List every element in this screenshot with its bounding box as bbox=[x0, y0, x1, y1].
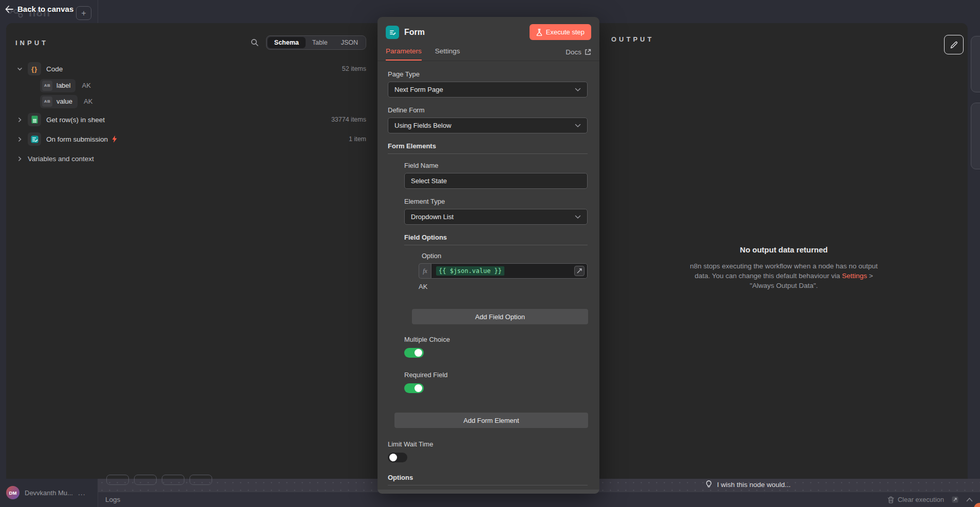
element-type-select[interactable]: Dropdown List bbox=[404, 209, 588, 225]
execute-step-button[interactable]: Execute step bbox=[530, 24, 591, 40]
expand-icon bbox=[577, 268, 582, 274]
docs-label: Docs bbox=[566, 48, 581, 56]
chevron-up-icon[interactable] bbox=[966, 497, 973, 502]
chevron-down-icon bbox=[575, 215, 581, 219]
field-name-value: Select State bbox=[411, 177, 447, 185]
string-type-icon: AB bbox=[42, 96, 52, 107]
lightbulb-icon bbox=[706, 480, 712, 489]
page-type-value: Next Form Page bbox=[394, 86, 443, 93]
limit-wait-time-label: Limit Wait Time bbox=[388, 440, 588, 448]
chevron-right-icon[interactable] bbox=[17, 136, 23, 142]
clear-execution-button[interactable]: Clear execution bbox=[888, 496, 944, 503]
external-link-icon bbox=[585, 49, 591, 55]
arrow-left-icon bbox=[5, 6, 13, 13]
output-panel-title: OUTPUT bbox=[611, 35, 654, 43]
pop-out-icon[interactable] bbox=[951, 496, 959, 503]
item-count: 1 item bbox=[349, 135, 366, 143]
field-key: label bbox=[56, 82, 70, 89]
item-count: 52 items bbox=[342, 65, 366, 72]
tree-node-label: Get row(s) in sheet bbox=[46, 116, 105, 124]
node-feedback-button[interactable]: I wish this node would... bbox=[706, 480, 790, 489]
empty-state-body: n8n stops executing the workflow when a … bbox=[683, 261, 884, 290]
back-to-canvas-button[interactable]: Back to canvas bbox=[5, 5, 73, 13]
logs-bar[interactable]: Logs Clear execution bbox=[98, 492, 980, 507]
input-panel-title: INPUT bbox=[15, 39, 48, 47]
expression-code: {{ $json.value }} bbox=[436, 266, 504, 276]
tree-node-label: Variables and context bbox=[28, 155, 94, 163]
settings-link[interactable]: Settings bbox=[842, 272, 867, 280]
define-form-value: Using Fields Below bbox=[394, 122, 451, 129]
add-field-option-button[interactable]: Add Field Option bbox=[412, 309, 588, 324]
code-node-icon: {} bbox=[28, 62, 41, 75]
pencil-icon bbox=[950, 41, 958, 49]
expression-input[interactable]: {{ $json.value }} bbox=[431, 263, 588, 279]
tab-json[interactable]: JSON bbox=[334, 37, 365, 48]
tree-node-get-rows[interactable]: Get row(s) in sheet 33774 items bbox=[15, 111, 366, 128]
sidebar-divider bbox=[98, 0, 98, 23]
node-title: Form bbox=[404, 28, 425, 37]
docs-link[interactable]: Docs bbox=[566, 48, 591, 61]
clear-execution-label: Clear execution bbox=[898, 496, 944, 503]
canvas-node-partial bbox=[106, 475, 129, 485]
tree-node-label: Code bbox=[46, 65, 63, 73]
tree-field-value[interactable]: AB value AK bbox=[40, 93, 366, 109]
flask-icon bbox=[536, 29, 542, 36]
required-field-toggle[interactable] bbox=[404, 383, 424, 393]
expression-result: AK bbox=[419, 283, 588, 290]
canvas-node-partial bbox=[162, 475, 184, 485]
empty-state-title: No output data returned bbox=[683, 245, 884, 254]
tab-parameters[interactable]: Parameters bbox=[386, 47, 422, 61]
user-menu-ellipsis[interactable]: ... bbox=[78, 489, 86, 497]
element-type-value: Dropdown List bbox=[411, 213, 454, 221]
expand-expression-button[interactable] bbox=[574, 266, 585, 276]
fx-toggle[interactable]: fx bbox=[419, 263, 431, 279]
chevron-down-icon bbox=[575, 88, 581, 92]
multiple-choice-label: Multiple Choice bbox=[404, 336, 588, 343]
user-area[interactable]: DM Devvkanth Mu... ... bbox=[6, 486, 86, 499]
option-expression-row: fx {{ $json.value }} bbox=[419, 263, 588, 279]
field-value: AK bbox=[84, 98, 92, 105]
trash-icon bbox=[888, 496, 894, 503]
field-name-input[interactable]: Select State bbox=[404, 173, 588, 189]
options-header: Options bbox=[388, 474, 588, 485]
search-icon[interactable] bbox=[251, 38, 259, 47]
define-form-select[interactable]: Using Fields Below bbox=[388, 118, 588, 133]
tree-node-code[interactable]: {} Code 52 items bbox=[15, 60, 366, 77]
google-sheets-icon bbox=[28, 113, 41, 126]
tab-table[interactable]: Table bbox=[306, 37, 334, 48]
tab-schema[interactable]: Schema bbox=[268, 37, 306, 48]
tree-node-label: On form submission bbox=[46, 135, 108, 143]
node-feedback-label: I wish this node would... bbox=[717, 481, 790, 489]
tree-node-variables[interactable]: Variables and context bbox=[15, 150, 366, 167]
required-field-label: Required Field bbox=[404, 371, 588, 379]
canvas-node-partial bbox=[134, 475, 157, 485]
form-trigger-icon bbox=[28, 132, 41, 146]
edit-output-button[interactable] bbox=[944, 35, 964, 54]
add-node-button[interactable]: + bbox=[76, 6, 91, 20]
multiple-choice-toggle[interactable] bbox=[404, 348, 424, 358]
tree-field-label[interactable]: AB label AK bbox=[40, 77, 366, 93]
modal-header: Form Execute step Parameters Settings Do… bbox=[378, 17, 599, 61]
chevron-right-icon[interactable] bbox=[17, 156, 23, 162]
chevron-right-icon[interactable] bbox=[17, 117, 23, 123]
logs-label: Logs bbox=[105, 496, 120, 503]
form-node-icon bbox=[386, 26, 399, 39]
canvas-node-partial bbox=[971, 103, 980, 169]
avatar[interactable]: DM bbox=[6, 486, 20, 499]
canvas-node-partial bbox=[190, 475, 212, 485]
tab-settings[interactable]: Settings bbox=[435, 47, 460, 61]
tree-node-form-submission[interactable]: On form submission 1 item bbox=[15, 130, 366, 148]
add-form-element-button[interactable]: Add Form Element bbox=[394, 413, 588, 428]
chevron-down-icon[interactable] bbox=[17, 66, 23, 72]
modal-bottom-strip bbox=[378, 490, 599, 494]
execute-step-label: Execute step bbox=[546, 28, 585, 36]
back-to-canvas-label: Back to canvas bbox=[17, 5, 73, 13]
page-type-select[interactable]: Next Form Page bbox=[388, 82, 588, 98]
form-elements-header: Form Elements bbox=[388, 142, 588, 154]
limit-wait-time-toggle[interactable] bbox=[388, 453, 407, 462]
field-value: AK bbox=[82, 82, 90, 89]
trigger-bolt-icon bbox=[112, 135, 117, 143]
field-key: value bbox=[56, 98, 72, 105]
canvas-node-partial bbox=[971, 36, 980, 92]
parameters-panel: Page Type Next Form Page Define Form Usi… bbox=[378, 61, 599, 494]
